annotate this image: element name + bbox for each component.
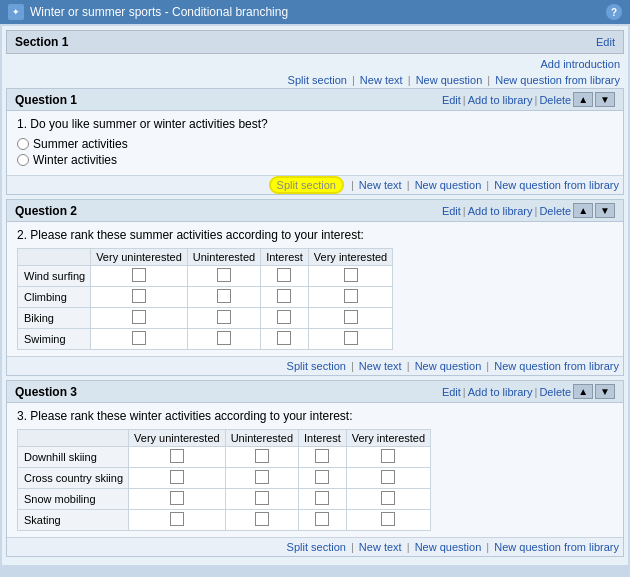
q3-delete-link[interactable]: Delete xyxy=(539,386,571,398)
checkbox-cell[interactable] xyxy=(129,447,226,468)
q1-scroll-down[interactable]: ▼ xyxy=(595,92,615,107)
q3-scroll-up[interactable]: ▲ xyxy=(573,384,593,399)
q3-new-question-link[interactable]: New question xyxy=(415,541,482,553)
q3-from-library-link[interactable]: New question from library xyxy=(494,541,619,553)
q2-scroll-down[interactable]: ▼ xyxy=(595,203,615,218)
q2-split-section-link[interactable]: Split section xyxy=(287,360,346,372)
checkbox-cell[interactable] xyxy=(91,308,188,329)
checkbox-cell[interactable] xyxy=(225,510,298,531)
checkbox-cell[interactable] xyxy=(346,468,430,489)
question-1-label: Question 1 xyxy=(15,93,77,107)
q3-split-section-link[interactable]: Split section xyxy=(287,541,346,553)
question-3-body: 3. Please rank these winter activities a… xyxy=(7,403,623,537)
checkbox-cell[interactable] xyxy=(299,489,347,510)
row-label: Snow mobiling xyxy=(18,489,129,510)
row-label: Downhill skiing xyxy=(18,447,129,468)
table-row: Climbing xyxy=(18,287,393,308)
section-1: Section 1 Edit Add introduction Split se… xyxy=(6,30,624,557)
window-title: Winter or summer sports - Conditional br… xyxy=(30,5,288,19)
checkbox-cell[interactable] xyxy=(346,447,430,468)
question-1-block: Question 1 Edit | Add to library | Delet… xyxy=(6,88,624,195)
question-2-body: 2. Please rank these summer activities a… xyxy=(7,222,623,356)
checkbox-cell[interactable] xyxy=(261,329,309,350)
q2-scroll-up[interactable]: ▲ xyxy=(573,203,593,218)
question-2-header: Question 2 Edit | Add to library | Delet… xyxy=(7,200,623,222)
question-1-header: Question 1 Edit | Add to library | Delet… xyxy=(7,89,623,111)
q2-library-link[interactable]: Add to library xyxy=(468,205,533,217)
q2-delete-link[interactable]: Delete xyxy=(539,205,571,217)
q2-edit-link[interactable]: Edit xyxy=(442,205,461,217)
q1-split-section-highlighted[interactable]: Split section xyxy=(269,176,344,194)
q1-radio-1[interactable] xyxy=(17,138,29,150)
row-label: Swiming xyxy=(18,329,91,350)
checkbox-cell[interactable] xyxy=(91,266,188,287)
checkbox-cell[interactable] xyxy=(225,489,298,510)
checkbox-cell[interactable] xyxy=(346,489,430,510)
checkbox-cell[interactable] xyxy=(261,287,309,308)
checkbox-cell[interactable] xyxy=(346,510,430,531)
q3-col-header-3: Interest xyxy=(299,430,347,447)
table-row: Downhill skiing xyxy=(18,447,431,468)
top-new-text-link[interactable]: New text xyxy=(360,74,403,86)
checkbox-cell[interactable] xyxy=(299,447,347,468)
q3-scroll-down[interactable]: ▼ xyxy=(595,384,615,399)
q1-new-text-link[interactable]: New text xyxy=(359,179,402,191)
checkbox-cell[interactable] xyxy=(91,287,188,308)
checkbox-cell[interactable] xyxy=(261,266,309,287)
checkbox-cell[interactable] xyxy=(187,308,260,329)
checkbox-cell[interactable] xyxy=(129,468,226,489)
q3-edit-link[interactable]: Edit xyxy=(442,386,461,398)
checkbox-cell[interactable] xyxy=(129,489,226,510)
question-3-bottom-toolbar: Split section | New text | New question … xyxy=(7,537,623,556)
q1-radio-2[interactable] xyxy=(17,154,29,166)
q3-col-header-4: Very interested xyxy=(346,430,430,447)
checkbox-cell[interactable] xyxy=(308,287,392,308)
q3-new-text-link[interactable]: New text xyxy=(359,541,402,553)
q2-from-library-link[interactable]: New question from library xyxy=(494,360,619,372)
question-2-label: Question 2 xyxy=(15,204,77,218)
q2-new-text-link[interactable]: New text xyxy=(359,360,402,372)
checkbox-cell[interactable] xyxy=(225,447,298,468)
q1-option-2-label: Winter activities xyxy=(33,153,117,167)
checkbox-cell[interactable] xyxy=(187,329,260,350)
table-row: Swiming xyxy=(18,329,393,350)
checkbox-cell[interactable] xyxy=(299,468,347,489)
question-2-block: Question 2 Edit | Add to library | Delet… xyxy=(6,199,624,376)
q2-new-question-link[interactable]: New question xyxy=(415,360,482,372)
title-bar: ✦ Winter or summer sports - Conditional … xyxy=(0,0,630,24)
section-1-title: Section 1 xyxy=(15,35,68,49)
help-icon[interactable]: ? xyxy=(606,4,622,20)
row-label: Cross country skiing xyxy=(18,468,129,489)
checkbox-cell[interactable] xyxy=(129,510,226,531)
checkbox-cell[interactable] xyxy=(261,308,309,329)
q1-new-question-link[interactable]: New question xyxy=(415,179,482,191)
table-row: Biking xyxy=(18,308,393,329)
question-2-text: 2. Please rank these summer activities a… xyxy=(17,228,613,242)
question-2-table: Very uninterested Uninterested Interest … xyxy=(17,248,393,350)
question-1-actions: Edit | Add to library | Delete ▲ ▼ xyxy=(442,92,615,107)
checkbox-cell[interactable] xyxy=(91,329,188,350)
top-new-question-link[interactable]: New question xyxy=(416,74,483,86)
checkbox-cell[interactable] xyxy=(187,287,260,308)
checkbox-cell[interactable] xyxy=(225,468,298,489)
q1-delete-link[interactable]: Delete xyxy=(539,94,571,106)
q1-scroll-up[interactable]: ▲ xyxy=(573,92,593,107)
top-split-section-link[interactable]: Split section xyxy=(288,74,347,86)
checkbox-cell[interactable] xyxy=(308,308,392,329)
q1-from-library-link[interactable]: New question from library xyxy=(494,179,619,191)
row-label: Skating xyxy=(18,510,129,531)
checkbox-cell[interactable] xyxy=(299,510,347,531)
checkbox-cell[interactable] xyxy=(308,329,392,350)
q3-library-link[interactable]: Add to library xyxy=(468,386,533,398)
checkbox-cell[interactable] xyxy=(187,266,260,287)
q2-col-header-4: Very interested xyxy=(308,249,392,266)
q1-library-link[interactable]: Add to library xyxy=(468,94,533,106)
row-label: Climbing xyxy=(18,287,91,308)
section-1-edit[interactable]: Edit xyxy=(596,36,615,48)
table-row: Snow mobiling xyxy=(18,489,431,510)
top-from-library-link[interactable]: New question from library xyxy=(495,74,620,86)
checkbox-cell[interactable] xyxy=(308,266,392,287)
add-introduction-link[interactable]: Add introduction xyxy=(541,58,621,70)
q1-edit-link[interactable]: Edit xyxy=(442,94,461,106)
question-1-body: 1. Do you like summer or winter activiti… xyxy=(7,111,623,175)
